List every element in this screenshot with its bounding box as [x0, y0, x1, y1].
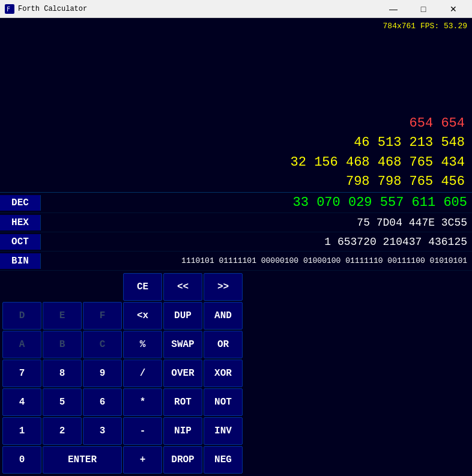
btn-and[interactable]: AND — [204, 302, 243, 330]
btn-E[interactable]: E — [43, 302, 82, 330]
btn-nip[interactable]: NIP — [163, 417, 202, 445]
btn-backspace[interactable]: <x — [123, 302, 162, 330]
btn-or[interactable]: OR — [204, 331, 243, 358]
titlebar-controls: — □ ✕ — [380, 0, 467, 18]
btn-4[interactable]: 4 — [2, 388, 41, 416]
oct-label[interactable]: OCT — [0, 234, 41, 250]
btn-inv[interactable]: INV — [204, 417, 243, 445]
stack-row-3: 798 798 765 456 — [5, 172, 467, 192]
bin-value: 1110101 01111101 00000100 01000100 01111… — [41, 254, 472, 268]
reg-row-hex: HEX 75 7D04 447E 3C55 — [0, 213, 472, 232]
register-area: DEC 33 070 029 557 611 605 HEX 75 7D04 4… — [0, 192, 472, 271]
btn-mod[interactable]: % — [123, 331, 162, 358]
btn-shift-left[interactable]: << — [163, 273, 202, 301]
app-icon: F — [5, 4, 14, 14]
btn-5[interactable]: 5 — [43, 388, 82, 416]
stack-row-1: 46 513 213 548 — [5, 133, 467, 153]
btn-3[interactable]: 3 — [83, 417, 122, 445]
hex-label[interactable]: HEX — [0, 215, 41, 230]
dec-value: 33 070 029 557 611 605 — [41, 193, 472, 212]
btn-swap[interactable]: SWAP — [163, 331, 202, 358]
btn-sub[interactable]: - — [123, 417, 162, 445]
btn-xor[interactable]: XOR — [204, 360, 243, 387]
fps-display: 784x761 FPS: 53.29 — [383, 22, 467, 31]
btn-drop[interactable]: DROP — [163, 446, 202, 474]
btn-7[interactable]: 7 — [2, 360, 41, 387]
button-area: CE << >> D E F <x DUP AND A B C % SWAP O… — [0, 271, 472, 476]
btn-add[interactable]: + — [123, 446, 162, 474]
dec-label[interactable]: DEC — [0, 195, 41, 211]
bin-label[interactable]: BIN — [0, 253, 41, 269]
stack-row-0: 654 654 — [5, 114, 467, 134]
minimize-button[interactable]: — — [380, 0, 407, 18]
btn-not[interactable]: NOT — [204, 388, 243, 416]
stack-row-2: 32 156 468 468 765 434 — [5, 153, 467, 173]
btn-F[interactable]: F — [83, 302, 122, 330]
btn-div[interactable]: / — [123, 360, 162, 387]
btn-B[interactable]: B — [43, 331, 82, 358]
calculator-container: 784x761 FPS: 53.29 654 654 46 513 213 54… — [0, 18, 472, 476]
hex-value: 75 7D04 447E 3C55 — [41, 214, 472, 231]
btn-enter[interactable]: ENTER — [43, 446, 122, 474]
btn-neg[interactable]: NEG — [204, 446, 243, 474]
btn-0[interactable]: 0 — [2, 446, 41, 474]
btn-2[interactable]: 2 — [43, 417, 82, 445]
reg-row-dec: DEC 33 070 029 557 611 605 — [0, 193, 472, 213]
titlebar-left: F Forth Calculator — [5, 4, 87, 14]
btn-1[interactable]: 1 — [2, 417, 41, 445]
btn-9[interactable]: 9 — [83, 360, 122, 387]
reg-row-bin: BIN 1110101 01111101 00000100 01000100 0… — [0, 252, 472, 271]
stack-area: 654 654 46 513 213 548 32 156 468 468 76… — [0, 18, 472, 192]
btn-shift-right[interactable]: >> — [204, 273, 243, 301]
svg-text:F: F — [7, 6, 10, 13]
oct-value: 1 653720 210437 436125 — [41, 233, 472, 250]
close-button[interactable]: ✕ — [440, 0, 467, 18]
maximize-button[interactable]: □ — [410, 0, 437, 18]
btn-mul[interactable]: * — [123, 388, 162, 416]
btn-8[interactable]: 8 — [43, 360, 82, 387]
btn-dup[interactable]: DUP — [163, 302, 202, 330]
btn-ce[interactable]: CE — [123, 273, 162, 301]
btn-rot[interactable]: ROT — [163, 388, 202, 416]
btn-6[interactable]: 6 — [83, 388, 122, 416]
titlebar: F Forth Calculator — □ ✕ — [0, 0, 472, 18]
btn-over[interactable]: OVER — [163, 360, 202, 387]
reg-row-oct: OCT 1 653720 210437 436125 — [0, 232, 472, 252]
btn-D[interactable]: D — [2, 302, 41, 330]
btn-A[interactable]: A — [2, 331, 41, 358]
btn-C[interactable]: C — [83, 331, 122, 358]
window-title: Forth Calculator — [18, 5, 87, 13]
